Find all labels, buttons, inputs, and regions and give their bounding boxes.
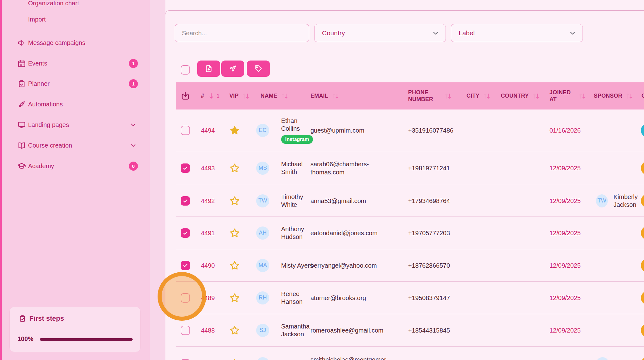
- sidebar-item-badge: 1: [129, 59, 138, 68]
- label-select[interactable]: Label: [451, 24, 583, 42]
- table-row[interactable]: 4493MSMichael Smithsarah06@chambers-thom…: [176, 151, 644, 185]
- check-icon: [183, 263, 188, 268]
- vip-star-icon[interactable]: [229, 163, 240, 173]
- contact-name: Ethan CollinsInstagram: [281, 117, 314, 144]
- sidebar-item-message-campaigns[interactable]: Message campaigns: [2, 36, 150, 50]
- sidebar-subitem-import[interactable]: Import: [28, 15, 46, 24]
- clipboard-check-icon: [19, 315, 26, 322]
- table-row[interactable]: 4487NANicolesmithnicholas@montgomery-+18…: [176, 347, 644, 360]
- sidebar-item-automations[interactable]: Automations: [2, 97, 150, 111]
- clipped-avatar: [641, 161, 644, 175]
- assign-label-button[interactable]: [247, 61, 270, 77]
- sort-updown-icon: [331, 92, 339, 100]
- sort-updown-icon: [483, 92, 491, 100]
- column-header-sponsor[interactable]: SPONSOR: [594, 82, 633, 109]
- column-header-city[interactable]: CITY: [466, 82, 491, 109]
- country-select[interactable]: Country: [314, 24, 446, 42]
- export-contacts-button[interactable]: [197, 61, 220, 77]
- column-header-country[interactable]: COUNTRY: [501, 82, 540, 109]
- first-steps-card[interactable]: First steps 100%: [9, 307, 141, 352]
- row-checkbox[interactable]: [181, 196, 190, 206]
- contact-id-link[interactable]: 4490: [201, 262, 215, 269]
- book-open-icon: [17, 141, 26, 150]
- tag-icon: [254, 65, 262, 73]
- column-header-select[interactable]: [181, 82, 190, 109]
- column-header-name[interactable]: NAME: [261, 82, 289, 109]
- check-icon: [183, 198, 188, 204]
- vip-star-icon[interactable]: [229, 260, 240, 271]
- row-checkbox[interactable]: [181, 228, 190, 238]
- search-input[interactable]: [175, 24, 309, 42]
- joined-date: 12/09/2025: [549, 294, 581, 301]
- sidebar-item-academy[interactable]: Academy0: [2, 159, 150, 173]
- column-header-vip[interactable]: VIP: [229, 82, 250, 109]
- send-message-button[interactable]: [221, 61, 244, 77]
- column-header-phone number[interactable]: PHONE NUMBER: [408, 82, 452, 109]
- vip-star-icon[interactable]: [229, 125, 240, 136]
- contact-id-link[interactable]: 4488: [201, 327, 215, 334]
- row-checkbox[interactable]: [181, 126, 190, 135]
- sidebar-item-planner[interactable]: Planner1: [2, 77, 150, 90]
- contact-email: aturner@brooks.org: [310, 294, 366, 302]
- contact-name: Michael Smith: [281, 160, 314, 176]
- column-header-#[interactable]: #1: [201, 82, 219, 109]
- avatar: MS: [256, 162, 269, 175]
- column-header-c[interactable]: C: [642, 82, 644, 109]
- contacts-table: #1VIPNAMEEMAILPHONE NUMBERCITYCOUNTRYJOI…: [176, 82, 644, 360]
- sidebar-item-events[interactable]: Events1: [2, 56, 150, 70]
- progress-bar-fill: [40, 338, 133, 341]
- column-label: COUNTRY: [501, 93, 529, 100]
- sidebar-item-label: Events: [28, 60, 47, 67]
- chevron-down-icon: [129, 142, 137, 149]
- country-select-value: Country: [322, 29, 345, 37]
- sort-down-icon: [207, 92, 215, 100]
- row-checkbox[interactable]: [181, 326, 190, 335]
- contact-name-text: Misty Ayers: [281, 261, 313, 269]
- sidebar-item-label: Academy: [28, 163, 54, 170]
- table-row[interactable]: 4491AHAnthony Hudsoneatondaniel@jones.co…: [176, 217, 644, 249]
- sidebar-item-label: Landing pages: [28, 121, 69, 129]
- clipped-avatar: [641, 357, 644, 360]
- contact-id-link[interactable]: 4494: [201, 127, 215, 134]
- sort-updown-icon: [625, 92, 633, 100]
- sponsor-cell: TWKimberly Jackson: [596, 193, 644, 209]
- select-all-checkbox[interactable]: [181, 65, 190, 75]
- contact-name-text: Michael Smith: [281, 160, 314, 176]
- sidebar: Organization chartImport Message campaig…: [2, 0, 150, 360]
- sidebar-subitem-organization-chart[interactable]: Organization chart: [28, 0, 79, 7]
- vip-star-icon[interactable]: [229, 358, 240, 360]
- contact-id-link[interactable]: 4491: [201, 229, 215, 236]
- first-steps-header: First steps: [19, 314, 64, 323]
- sidebar-item-course-creation[interactable]: Course creation: [2, 139, 150, 152]
- avatar: TW: [256, 194, 269, 207]
- table-row[interactable]: 4490MAMisty Ayersberryangel@yahoo.com+18…: [176, 249, 644, 282]
- vip-star-icon[interactable]: [229, 325, 240, 336]
- joined-date: 01/16/2026: [549, 127, 581, 134]
- table-row[interactable]: 4488SJSamantha Jacksonromeroashlee@gmail…: [176, 314, 644, 347]
- contact-phone: +19819771241: [408, 164, 450, 172]
- chevron-down-icon: [569, 29, 576, 37]
- table-row[interactable]: 4489RHRenee Hansonaturner@brooks.org+195…: [176, 282, 644, 314]
- clipped-avatar: [641, 124, 644, 137]
- sidebar-item-landing-pages[interactable]: Landing pages: [2, 118, 150, 132]
- contact-phone: +17934698764: [408, 197, 450, 204]
- column-header-joined at[interactable]: JOINED AT: [549, 82, 586, 109]
- vip-star-icon[interactable]: [229, 228, 240, 238]
- table-row[interactable]: 4492TWTimothy Whiteanna53@gmail.com+1793…: [176, 185, 644, 217]
- row-checkbox[interactable]: [181, 293, 190, 303]
- contact-name: Timothy White: [281, 193, 314, 209]
- contact-id-link[interactable]: 4489: [201, 294, 215, 301]
- contact-id-link[interactable]: 4493: [201, 164, 215, 172]
- clipped-avatar: [641, 324, 644, 337]
- row-checkbox[interactable]: [181, 163, 190, 173]
- first-steps-title: First steps: [29, 314, 64, 323]
- sidebar-item-badge: 0: [129, 162, 138, 171]
- column-label: JOINED AT: [549, 89, 575, 103]
- contact-id-link[interactable]: 4492: [201, 197, 215, 204]
- vip-star-icon[interactable]: [229, 196, 240, 206]
- table-row[interactable]: 4494ECEthan CollinsInstagramguest@upmlm.…: [176, 109, 644, 151]
- vip-star-icon[interactable]: [229, 293, 240, 303]
- column-header-email[interactable]: EMAIL: [310, 82, 339, 109]
- avatar: MA: [256, 259, 269, 272]
- row-checkbox[interactable]: [181, 261, 190, 270]
